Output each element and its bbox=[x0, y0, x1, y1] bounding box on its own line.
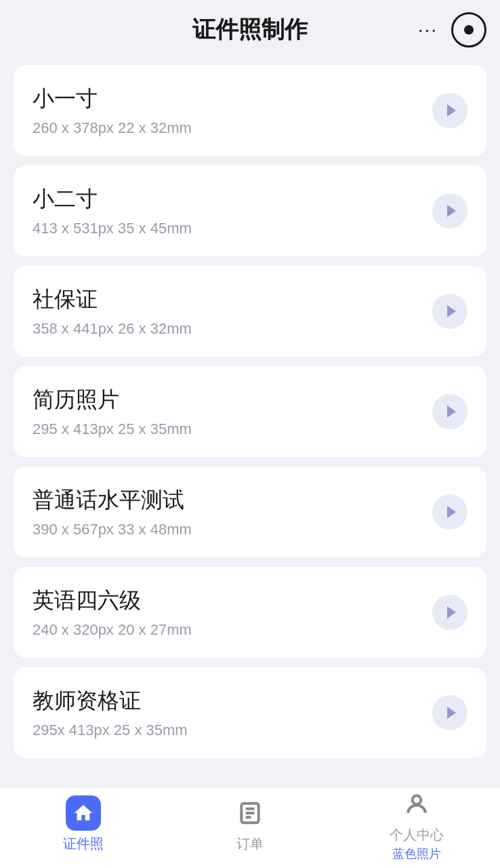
more-options-button[interactable]: ··· bbox=[411, 16, 444, 43]
list-item[interactable]: 简历照片 295 x 413px 25 x 35mm bbox=[14, 366, 486, 457]
chevron-button[interactable] bbox=[432, 294, 467, 329]
nav-item-zheng-jian-zhao[interactable]: 证件照 bbox=[1, 795, 166, 853]
nav-label-ge-ren-zhong-xin: 个人中心 bbox=[390, 826, 444, 844]
chevron-button[interactable] bbox=[432, 394, 467, 429]
item-title: 社保证 bbox=[33, 285, 192, 315]
chevron-right-icon bbox=[447, 205, 456, 217]
chevron-button[interactable] bbox=[432, 93, 467, 128]
item-subtitle: 240 x 320px 20 x 27mm bbox=[33, 621, 192, 639]
chevron-right-icon bbox=[447, 305, 456, 317]
chevron-right-icon bbox=[447, 506, 456, 518]
item-subtitle: 295x 413px 25 x 35mm bbox=[33, 722, 188, 739]
chevron-right-icon bbox=[447, 606, 456, 618]
item-subtitle: 390 x 567px 33 x 48mm bbox=[33, 521, 192, 538]
item-subtitle: 295 x 413px 25 x 35mm bbox=[33, 420, 192, 438]
item-title: 教师资格证 bbox=[33, 686, 188, 716]
chevron-button[interactable] bbox=[432, 595, 467, 630]
photo-type-list: 小一寸 260 x 378px 22 x 32mm 小二寸 413 x 531p… bbox=[0, 60, 500, 787]
chevron-right-icon bbox=[447, 104, 456, 117]
nav-item-ge-ren-zhong-xin[interactable]: 个人中心 蓝色照片 bbox=[334, 787, 499, 862]
chevron-button[interactable] bbox=[432, 494, 467, 530]
camera-icon bbox=[464, 25, 474, 35]
app-header: 证件照制作 ··· bbox=[0, 0, 500, 60]
svg-point-4 bbox=[413, 795, 421, 804]
nav-label-ding-dan: 订单 bbox=[236, 835, 264, 853]
item-title: 英语四六级 bbox=[33, 586, 192, 616]
chevron-button[interactable] bbox=[432, 695, 467, 730]
chevron-right-icon bbox=[447, 707, 456, 719]
profile-icon bbox=[399, 787, 434, 822]
orders-icon bbox=[232, 795, 268, 831]
list-item[interactable]: 小一寸 260 x 378px 22 x 32mm bbox=[14, 65, 486, 156]
bottom-navigation: 证件照 订单 个人中心 蓝色照片 bbox=[0, 787, 500, 868]
nav-label-zheng-jian-zhao: 证件照 bbox=[63, 835, 104, 853]
list-item[interactable]: 教师资格证 295x 413px 25 x 35mm bbox=[14, 667, 486, 758]
chevron-right-icon bbox=[447, 406, 456, 418]
page-title: 证件照制作 bbox=[192, 14, 308, 45]
nav-hint-blue-photo: 蓝色照片 bbox=[392, 846, 441, 862]
item-title: 小一寸 bbox=[33, 84, 192, 114]
camera-button[interactable] bbox=[451, 12, 486, 47]
item-title: 简历照片 bbox=[33, 385, 192, 415]
list-item[interactable]: 英语四六级 240 x 320px 20 x 27mm bbox=[14, 567, 486, 658]
list-item[interactable]: 社保证 358 x 441px 26 x 32mm bbox=[14, 266, 486, 357]
home-icon bbox=[66, 795, 101, 831]
list-item[interactable]: 小二寸 413 x 531px 35 x 45mm bbox=[14, 165, 486, 256]
nav-item-ding-dan[interactable]: 订单 bbox=[167, 795, 333, 853]
item-subtitle: 413 x 531px 35 x 45mm bbox=[33, 220, 192, 237]
item-subtitle: 260 x 378px 22 x 32mm bbox=[33, 119, 192, 137]
list-item[interactable]: 普通话水平测试 390 x 567px 33 x 48mm bbox=[14, 467, 486, 557]
chevron-button[interactable] bbox=[432, 193, 467, 229]
item-title: 普通话水平测试 bbox=[33, 486, 192, 515]
item-subtitle: 358 x 441px 26 x 32mm bbox=[33, 320, 192, 338]
item-title: 小二寸 bbox=[33, 184, 192, 214]
header-actions: ··· bbox=[411, 12, 486, 47]
